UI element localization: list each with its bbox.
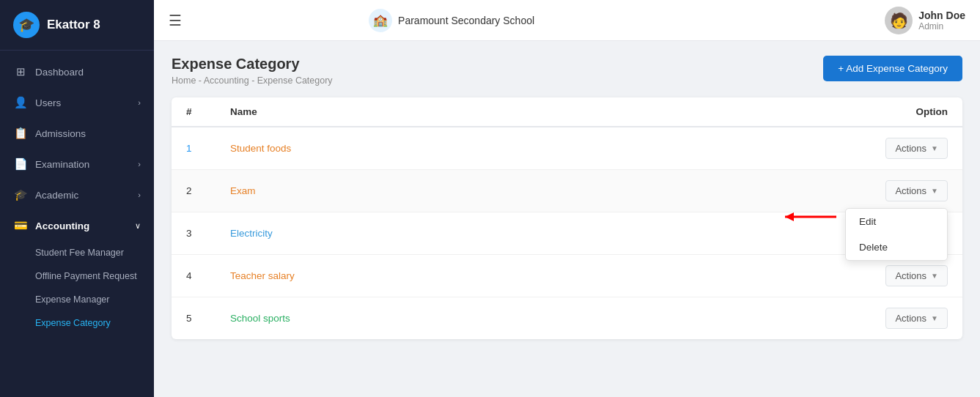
actions-label-4: Actions [895, 270, 926, 281]
row-actions-2: Actions ▼ [801, 180, 948, 201]
row-name-2: Exam [230, 185, 801, 196]
table-row: 2 Exam Actions ▼ Edit Delete [172, 170, 962, 212]
user-details: John Doe Admin [918, 10, 965, 31]
sidebar: 🎓 Ekattor 8 ⊞ Dashboard 👤 Users › 📋 Admi… [0, 0, 154, 397]
table-row: 1 Student foods Actions ▼ [172, 127, 962, 170]
sidebar-logo: 🎓 Ekattor 8 [0, 0, 154, 51]
breadcrumb-sep2: - [251, 75, 257, 86]
sidebar-item-label-accounting: Accounting [35, 220, 89, 231]
user-info: 🧑 John Doe Admin [885, 7, 965, 34]
page-header: Expense Category Home - Accounting - Exp… [172, 56, 962, 86]
sidebar-nav: ⊞ Dashboard 👤 Users › 📋 Admissions 📄 Exa… [0, 51, 154, 397]
col-header-name: Name [230, 106, 801, 117]
admissions-icon: 📋 [13, 126, 28, 141]
school-name-text: Paramount Secondary School [398, 15, 534, 26]
actions-dropdown: Edit Delete [845, 208, 948, 261]
user-role: Admin [918, 21, 965, 31]
school-icon: 🏫 [369, 9, 392, 32]
actions-caret-2: ▼ [931, 187, 938, 195]
col-header-option: Option [801, 106, 948, 117]
accounting-chevron-icon: ∨ [135, 221, 141, 231]
sidebar-item-label-admissions: Admissions [35, 128, 86, 139]
sidebar-subitem-student-fee-manager[interactable]: Student Fee Manager [0, 241, 154, 264]
actions-button-1[interactable]: Actions ▼ [885, 138, 948, 159]
actions-button-2[interactable]: Actions ▼ [885, 180, 948, 201]
row-actions-4: Actions ▼ [801, 265, 948, 286]
row-actions-5: Actions ▼ [801, 308, 948, 329]
logo-icon: 🎓 [13, 12, 40, 38]
breadcrumb-sep1: - [199, 75, 204, 86]
sidebar-item-label-dashboard: Dashboard [35, 67, 84, 78]
sidebar-subitem-offline-payment-request[interactable]: Offline Payment Request [0, 264, 154, 288]
table-header: # Name Option [172, 97, 962, 127]
breadcrumb-accounting[interactable]: Accounting [204, 75, 249, 86]
sidebar-item-academic[interactable]: 🎓 Academic › [0, 179, 154, 210]
sidebar-item-accounting[interactable]: 💳 Accounting ∨ [0, 210, 154, 241]
sidebar-subitem-expense-category[interactable]: Expense Category [0, 311, 154, 335]
actions-button-5[interactable]: Actions ▼ [885, 308, 948, 329]
actions-button-4[interactable]: Actions ▼ [885, 265, 948, 286]
row-name-4: Teacher salary [230, 270, 801, 281]
row-num-5: 5 [186, 313, 230, 324]
actions-caret-4: ▼ [931, 272, 938, 280]
breadcrumb-home[interactable]: Home [172, 75, 196, 86]
add-expense-category-button[interactable]: + Add Expense Category [823, 56, 962, 81]
page-title-area: Expense Category Home - Accounting - Exp… [172, 56, 333, 86]
examination-icon: 📄 [13, 157, 28, 171]
accounting-icon: 💳 [13, 218, 28, 233]
sidebar-item-users[interactable]: 👤 Users › [0, 87, 154, 118]
sidebar-item-admissions[interactable]: 📋 Admissions [0, 118, 154, 149]
actions-label-5: Actions [895, 313, 926, 324]
actions-caret-5: ▼ [931, 314, 938, 322]
dropdown-delete-item[interactable]: Delete [846, 234, 947, 260]
row-num-3: 3 [186, 228, 230, 239]
sidebar-item-label-examination: Examination [35, 159, 89, 170]
table-row: 5 School sports Actions ▼ [172, 297, 962, 339]
examination-chevron-icon: › [138, 160, 141, 168]
logo-text: Ekattor 8 [47, 18, 100, 32]
sidebar-item-examination[interactable]: 📄 Examination › [0, 149, 154, 179]
actions-label-1: Actions [895, 143, 926, 154]
page-body: Expense Category Home - Accounting - Exp… [154, 41, 980, 397]
top-header: ☰ 🏫 Paramount Secondary School 🧑 John Do… [154, 0, 980, 41]
row-num-1: 1 [186, 143, 230, 154]
users-icon: 👤 [13, 95, 28, 110]
page-title: Expense Category [172, 56, 333, 73]
breadcrumb: Home - Accounting - Expense Category [172, 75, 333, 86]
sidebar-item-label-academic: Academic [35, 190, 78, 201]
row-name-3: Electricity [230, 228, 801, 239]
sidebar-item-label-users: Users [35, 97, 61, 108]
table-row: 3 Electricity Actions ▼ [172, 212, 962, 255]
row-name-1: Student foods [230, 143, 801, 154]
main-content: ☰ 🏫 Paramount Secondary School 🧑 John Do… [154, 0, 980, 397]
dashboard-icon: ⊞ [13, 64, 28, 79]
avatar: 🧑 [885, 7, 913, 34]
row-num-2: 2 [186, 185, 230, 196]
accounting-submenu: Student Fee Manager Offline Payment Requ… [0, 241, 154, 335]
row-name-5: School sports [230, 313, 801, 324]
row-actions-1: Actions ▼ [801, 138, 948, 159]
row-num-4: 4 [186, 270, 230, 281]
table-row: 4 Teacher salary Actions ▼ [172, 255, 962, 297]
sidebar-item-dashboard[interactable]: ⊞ Dashboard [0, 56, 154, 87]
academic-chevron-icon: › [138, 190, 141, 199]
svg-marker-1 [785, 212, 794, 221]
expense-category-table: # Name Option 1 Student foods Actions ▼ … [172, 97, 962, 339]
dropdown-edit-item[interactable]: Edit [846, 209, 947, 234]
users-chevron-icon: › [138, 98, 141, 107]
academic-icon: 🎓 [13, 188, 28, 202]
actions-caret-1: ▼ [931, 144, 938, 152]
red-arrow-indicator [778, 209, 844, 224]
user-name: John Doe [918, 10, 965, 21]
school-name: 🏫 Paramount Secondary School [369, 9, 534, 32]
actions-label-2: Actions [895, 185, 926, 196]
col-header-num: # [186, 106, 230, 117]
hamburger-button[interactable]: ☰ [169, 12, 182, 29]
sidebar-subitem-expense-manager[interactable]: Expense Manager [0, 288, 154, 311]
breadcrumb-current: Expense Category [257, 75, 333, 86]
